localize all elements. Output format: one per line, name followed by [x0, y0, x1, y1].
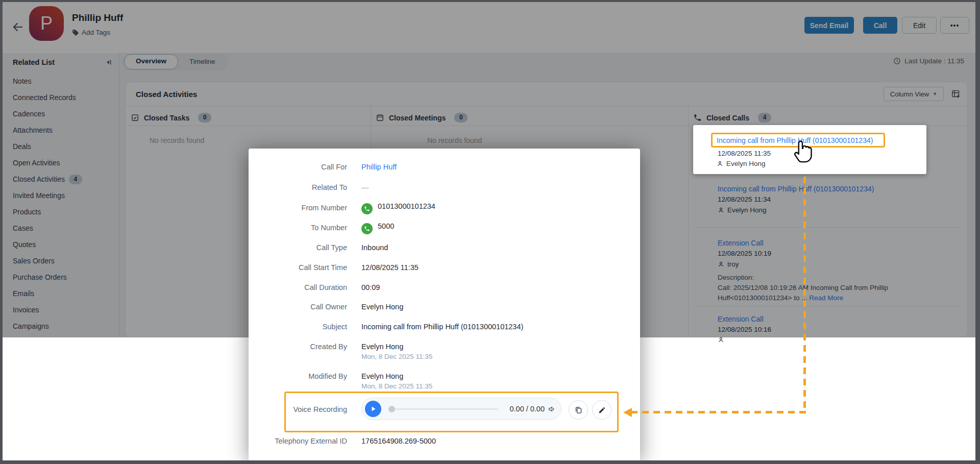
field-value: Evelyn Hong: [361, 303, 403, 311]
field-value: Evelyn Hong: [361, 372, 403, 380]
field-value: Incoming call from Phillip Huff (0101300…: [361, 323, 523, 331]
green-phone-icon: [361, 223, 373, 234]
field-label: Related To: [249, 183, 347, 191]
field-sub-date: Mon, 8 Dec 2025 11:35: [361, 353, 432, 360]
field-label: From Number: [249, 204, 347, 212]
app-window: P Phillip Huff Add Tags Send Email Call …: [0, 0, 980, 464]
field-label: Subject: [249, 323, 347, 331]
annotation-arrowhead: [623, 408, 632, 417]
field-label: Call For: [249, 163, 347, 171]
annotation-voice-recording-box: [284, 392, 619, 432]
call-record-owner: Evelyn Hong: [717, 160, 766, 167]
call-record-datetime: 12/08/2025 11:35: [718, 150, 771, 157]
field-label: Call Start Time: [249, 263, 347, 272]
field-value: 01013000101234: [378, 202, 435, 210]
field-value: 5000: [378, 222, 394, 230]
annotation-dashed-line-vertical: [803, 177, 806, 412]
field-label: Modified By: [249, 372, 347, 380]
field-value: 1765164908.269-5000: [361, 437, 436, 445]
field-label: Call Owner: [249, 303, 347, 311]
field-value: Evelyn Hong: [361, 343, 403, 351]
annotation-dashed-line-horizontal: [632, 411, 806, 413]
green-phone-icon: [361, 203, 373, 214]
owner-name: Evelyn Hong: [726, 160, 766, 167]
field-label: Telephony External ID: [249, 437, 347, 445]
field-label: Call Type: [249, 243, 347, 252]
call-detail-modal: Call For Phillip Huff Related To — From …: [249, 149, 640, 460]
person-icon: [717, 160, 723, 167]
field-label: Call Duration: [249, 283, 347, 291]
field-value: Inbound: [361, 243, 388, 252]
field-label: To Number: [249, 224, 347, 232]
field-label: Created By: [249, 343, 347, 351]
field-sub-date: Mon, 8 Dec 2025 11:35: [361, 382, 432, 390]
hand-cursor-icon: [793, 138, 817, 165]
field-value: 12/08/2025 11:35: [361, 263, 419, 272]
field-value: 00:09: [361, 283, 380, 291]
field-value: —: [361, 183, 369, 191]
call-for-link[interactable]: Phillip Huff: [361, 163, 397, 171]
